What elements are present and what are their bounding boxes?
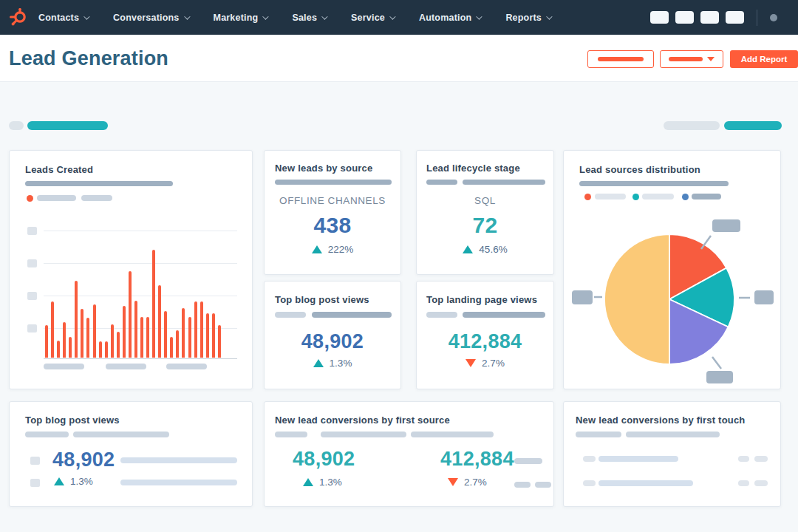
trend-up-icon bbox=[312, 245, 322, 253]
bar bbox=[81, 309, 83, 358]
bar bbox=[200, 301, 203, 358]
nav-item-label: Conversations bbox=[113, 13, 179, 23]
nav-item-contacts[interactable]: Contacts bbox=[38, 13, 88, 23]
card-leads-created: Leads Created bbox=[9, 150, 253, 389]
redacted-row-icon bbox=[30, 457, 40, 465]
redacted-row-label bbox=[583, 480, 596, 486]
nav-item-label: Reports bbox=[505, 13, 542, 23]
redacted-slice-callout bbox=[754, 290, 774, 304]
redacted-subtitle bbox=[275, 432, 307, 437]
redacted-row-bar bbox=[598, 456, 678, 462]
bar bbox=[134, 301, 137, 358]
top-navigation-bar: ContactsConversationsMarketingSalesServi… bbox=[0, 0, 798, 35]
bar bbox=[170, 337, 173, 358]
card-new-leads-by-source: New leads by source OFFLINE CHANNELS 438… bbox=[264, 150, 401, 275]
nav-tool-icon-placeholder[interactable] bbox=[675, 11, 694, 24]
nav-tool-icon-placeholder[interactable] bbox=[726, 11, 744, 24]
redacted-legend-label bbox=[642, 194, 674, 200]
redacted-slice-callout bbox=[712, 219, 740, 232]
pie-chart-lead-sources bbox=[564, 214, 782, 389]
dashboard-actions-dropdown[interactable] bbox=[660, 50, 723, 68]
legend-dot-teal bbox=[632, 194, 639, 200]
hubspot-logo-icon[interactable] bbox=[9, 8, 28, 27]
redacted-subtitle bbox=[576, 432, 621, 437]
redacted-row-bar bbox=[598, 480, 693, 486]
trend-down-icon bbox=[448, 478, 458, 486]
metric-value: 412,884 bbox=[417, 330, 553, 353]
bar bbox=[158, 285, 161, 358]
delta-value: 2.7% bbox=[464, 477, 487, 488]
metric-delta: 45.6% bbox=[417, 244, 553, 255]
nav-item-service[interactable]: Service bbox=[351, 13, 394, 23]
card-title: New lead conversions by first touch bbox=[576, 415, 746, 426]
legend-dot-blue bbox=[682, 194, 689, 200]
nav-item-sales[interactable]: Sales bbox=[292, 13, 326, 23]
page-title: Lead Generation bbox=[9, 47, 168, 70]
card-new-lead-conversions-by-first-touch: New lead conversions by first touch bbox=[563, 401, 781, 507]
trend-up-icon bbox=[313, 359, 324, 367]
redacted-button-label bbox=[598, 57, 644, 61]
nav-item-label: Sales bbox=[292, 13, 317, 23]
bar bbox=[194, 301, 197, 358]
bar bbox=[152, 250, 155, 358]
filter-placeholder-left-small[interactable] bbox=[9, 121, 24, 130]
card-title: New lead conversions by first source bbox=[275, 415, 450, 426]
bar bbox=[69, 337, 72, 358]
nav-item-automation[interactable]: Automation bbox=[419, 13, 480, 23]
redacted-subtitle bbox=[579, 181, 729, 186]
nav-tool-icon-placeholder[interactable] bbox=[650, 11, 669, 24]
redacted-y-tick bbox=[27, 227, 37, 235]
bar bbox=[164, 311, 167, 358]
card-title: Leads Created bbox=[25, 164, 93, 175]
metric-value: 48,902 bbox=[265, 330, 400, 353]
redacted-x-label bbox=[44, 364, 84, 369]
nav-item-label: Contacts bbox=[38, 13, 79, 23]
bar bbox=[105, 341, 108, 358]
card-title: Top blog post views bbox=[275, 294, 369, 305]
metric-delta-left: 1.3% bbox=[303, 477, 342, 488]
card-lead-lifecycle-stage: Lead lifecycle stage SQL 72 45.6% bbox=[416, 150, 554, 275]
redacted-subtitle bbox=[463, 180, 545, 185]
filter-placeholder-left-active[interactable] bbox=[27, 121, 108, 130]
delta-value: 2.7% bbox=[482, 358, 505, 369]
avatar[interactable] bbox=[770, 14, 777, 21]
nav-item-conversations[interactable]: Conversations bbox=[113, 13, 188, 23]
trend-up-icon bbox=[54, 477, 64, 485]
legend-dot-orange bbox=[27, 195, 33, 202]
nav-item-label: Service bbox=[351, 13, 385, 23]
bar bbox=[176, 330, 179, 358]
redacted-legend-label bbox=[595, 194, 626, 200]
card-new-lead-conversions-by-first-source: New lead conversions by first source 48,… bbox=[264, 401, 554, 507]
redacted-subtitle bbox=[275, 180, 392, 185]
bar bbox=[93, 304, 96, 358]
redacted-subtitle bbox=[426, 180, 457, 185]
nav-item-reports[interactable]: Reports bbox=[505, 13, 550, 23]
dashboard-filter-button[interactable] bbox=[587, 50, 654, 68]
metric-category: SQL bbox=[417, 195, 553, 206]
metric-value-right: 412,884 bbox=[440, 448, 514, 471]
nav-divider bbox=[757, 10, 757, 26]
add-report-button[interactable]: Add Report bbox=[730, 50, 798, 68]
bar bbox=[218, 325, 221, 358]
bar bbox=[123, 306, 126, 358]
metric-value-left: 48,902 bbox=[293, 448, 355, 471]
card-title: New leads by source bbox=[275, 163, 372, 174]
redacted-row-value bbox=[738, 456, 749, 462]
metric-delta: 2.7% bbox=[417, 358, 553, 369]
redacted-subtitle bbox=[312, 312, 392, 318]
bar bbox=[75, 281, 78, 358]
filter-placeholder-right-active[interactable] bbox=[724, 121, 782, 130]
bar bbox=[111, 324, 114, 358]
metric-delta: 222% bbox=[265, 244, 400, 255]
trend-up-icon bbox=[463, 245, 473, 253]
redacted-row-icon bbox=[30, 479, 40, 487]
nav-item-marketing[interactable]: Marketing bbox=[214, 13, 267, 23]
redacted-inline-label bbox=[535, 482, 551, 488]
metric-value: 48,902 bbox=[52, 449, 115, 471]
filter-placeholder-right-inactive[interactable] bbox=[664, 121, 720, 130]
bar bbox=[117, 332, 120, 358]
nav-menu: ContactsConversationsMarketingSalesServi… bbox=[38, 13, 550, 23]
bar bbox=[206, 313, 209, 358]
chevron-down-icon bbox=[546, 13, 552, 19]
nav-tool-icon-placeholder[interactable] bbox=[700, 11, 719, 24]
